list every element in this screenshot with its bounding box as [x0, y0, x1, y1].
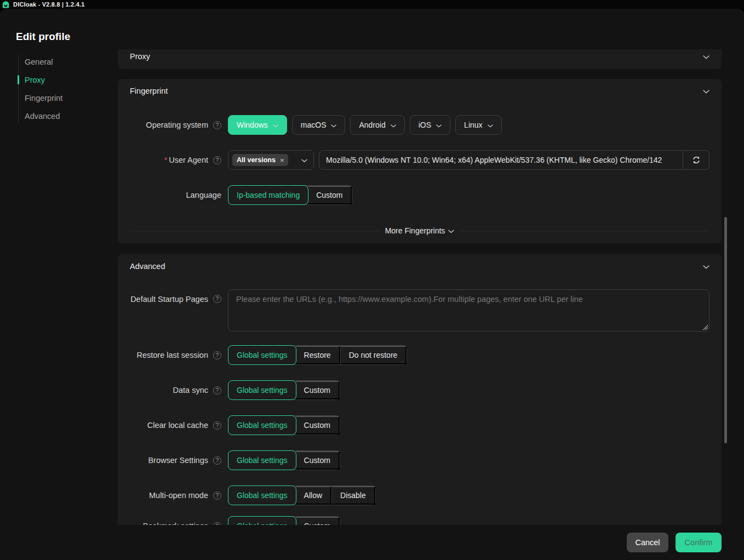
clear-local-cache-controls: Global settingsCustom: [228, 415, 709, 435]
os-button-ios[interactable]: iOS: [410, 115, 450, 135]
more-fingerprints-toggle[interactable]: More Fingerprints: [385, 226, 455, 235]
browser-settings-option-custom[interactable]: Custom: [296, 451, 340, 470]
ua-version-tag-label: All versions: [237, 156, 276, 164]
chevron-down-icon: [448, 226, 454, 235]
os-button-android[interactable]: Android: [350, 115, 404, 135]
help-icon[interactable]: ?: [213, 121, 221, 129]
scrollbar-thumb[interactable]: [724, 217, 727, 443]
chevron-down-icon: [436, 121, 442, 129]
title-bar: DICloak - V2.8.8 | 1.2.4.1: [0, 0, 744, 9]
restore-last-session-option-global-settings[interactable]: Global settings: [228, 345, 296, 365]
divider: [460, 231, 709, 231]
multi-open-mode-option-global-settings[interactable]: Global settings: [228, 485, 296, 505]
bookmark-settings-segmented-control: Global settingsCustom: [228, 516, 340, 525]
language-option-custom[interactable]: Custom: [308, 186, 352, 204]
chevron-down-icon[interactable]: [703, 262, 709, 271]
fingerprint-section: Fingerprint Operating system ? Windowsma…: [118, 79, 722, 243]
restore-last-session-option-do-not-restore[interactable]: Do not restore: [340, 346, 407, 364]
advanced-section-header[interactable]: Advanced: [118, 254, 722, 278]
operating-system-row: Operating system ? WindowsmacOSAndroidiO…: [130, 115, 709, 135]
bookmark-settings-option-global-settings[interactable]: Global settings: [228, 516, 296, 525]
default-startup-pages-label: Default Startup Pages: [130, 289, 208, 309]
help-icon[interactable]: ?: [213, 295, 221, 303]
window-title: DICloak - V2.8.8 | 1.2.4.1: [13, 1, 85, 8]
language-segmented-control: Ip-based matchingCustom: [228, 185, 352, 205]
default-startup-pages-row: Default Startup Pages ?: [130, 289, 709, 332]
edit-profile-dialog: Edit profile GeneralProxyFingerprintAdva…: [0, 9, 744, 560]
ua-input-group: [319, 150, 709, 170]
help-icon[interactable]: ?: [213, 351, 221, 359]
restore-last-session-label: Restore last session: [130, 351, 208, 359]
help-icon[interactable]: ?: [213, 156, 221, 164]
clear-local-cache-segmented-control: Global settingsCustom: [228, 415, 340, 435]
more-fingerprints-row: More Fingerprints: [130, 220, 709, 241]
os-button-label: macOS: [301, 121, 327, 129]
browser-settings-segmented-control: Global settingsCustom: [228, 450, 340, 470]
restore-last-session-option-restore[interactable]: Restore: [296, 346, 340, 364]
fingerprint-section-title: Fingerprint: [130, 87, 168, 95]
multi-open-mode-row: Multi-open mode?Global settingsAllowDisa…: [130, 485, 709, 505]
content-scroll-area: Proxy Fingerprint Operating system: [118, 49, 722, 525]
chevron-down-icon: [391, 121, 396, 129]
close-icon[interactable]: ×: [280, 157, 284, 164]
fingerprint-section-header[interactable]: Fingerprint: [118, 79, 722, 103]
sidebar-item-proxy[interactable]: Proxy: [18, 71, 62, 89]
proxy-section-title: Proxy: [130, 52, 150, 61]
browser-settings-option-global-settings[interactable]: Global settings: [228, 450, 296, 470]
sidebar-item-advanced[interactable]: Advanced: [18, 107, 62, 125]
help-icon[interactable]: ?: [213, 492, 221, 500]
refresh-user-agent-button[interactable]: [683, 150, 709, 170]
sidebar-nav: GeneralProxyFingerprintAdvanced: [18, 53, 62, 125]
browser-settings-row: Browser Settings?Global settingsCustom: [130, 450, 709, 470]
language-controls: Ip-based matchingCustom: [228, 185, 709, 205]
bookmark-settings-option-custom[interactable]: Custom: [296, 517, 340, 525]
resize-handle[interactable]: [703, 325, 708, 330]
help-icon[interactable]: ?: [213, 456, 221, 465]
user-agent-controls: All versions ×: [228, 150, 709, 170]
clear-local-cache-option-custom[interactable]: Custom: [296, 416, 340, 435]
multi-open-mode-option-disable[interactable]: Disable: [331, 486, 375, 505]
divider: [130, 231, 380, 231]
confirm-button[interactable]: Confirm: [676, 533, 722, 552]
os-button-label: Android: [359, 121, 385, 129]
advanced-section: Advanced Default Startup Pages ?: [118, 254, 722, 525]
chevron-down-icon[interactable]: [703, 52, 709, 61]
sidebar-item-fingerprint[interactable]: Fingerprint: [18, 89, 62, 107]
clear-local-cache-row: Clear local cache?Global settingsCustom: [130, 415, 709, 435]
language-row: Language Ip-based matchingCustom: [130, 185, 709, 205]
startup-pages-textarea[interactable]: [228, 289, 709, 332]
os-button-label: Linux: [464, 121, 482, 129]
proxy-section: Proxy: [118, 49, 722, 69]
user-agent-label: *User Agent: [130, 156, 208, 164]
os-button-linux[interactable]: Linux: [455, 115, 501, 135]
user-agent-input[interactable]: [319, 150, 683, 170]
ua-version-select[interactable]: All versions ×: [228, 150, 314, 170]
app-window: DICloak - V2.8.8 | 1.2.4.1 Edit profile …: [0, 0, 744, 560]
more-fingerprints-label: More Fingerprints: [385, 226, 445, 235]
data-sync-controls: Global settingsCustom: [228, 380, 709, 400]
browser-settings-controls: Global settingsCustom: [228, 450, 709, 470]
language-option-ip-based-matching[interactable]: Ip-based matching: [228, 185, 308, 205]
data-sync-label: Data sync: [130, 386, 208, 395]
restore-last-session-controls: Global settingsRestoreDo not restore: [228, 345, 709, 365]
help-icon[interactable]: ?: [213, 421, 221, 430]
advanced-rows: Restore last session?Global settingsRest…: [130, 345, 709, 525]
chevron-down-icon[interactable]: [703, 87, 709, 95]
proxy-section-header[interactable]: Proxy: [118, 49, 722, 69]
clear-local-cache-label: Clear local cache: [130, 421, 208, 430]
clear-local-cache-option-global-settings[interactable]: Global settings: [228, 415, 296, 435]
multi-open-mode-option-allow[interactable]: Allow: [296, 486, 331, 505]
bookmark-settings-row: Bookmark settings?Global settingsCustom: [130, 516, 709, 525]
sidebar-item-general[interactable]: General: [18, 53, 62, 71]
os-button-macos[interactable]: macOS: [292, 115, 346, 135]
data-sync-option-global-settings[interactable]: Global settings: [228, 380, 296, 400]
bookmark-settings-controls: Global settingsCustom: [228, 516, 709, 525]
os-button-windows[interactable]: Windows: [228, 115, 287, 135]
help-icon[interactable]: ?: [213, 386, 221, 395]
cancel-button[interactable]: Cancel: [627, 533, 668, 552]
data-sync-segmented-control: Global settingsCustom: [228, 380, 340, 400]
restore-last-session-row: Restore last session?Global settingsRest…: [130, 345, 709, 365]
chevron-down-icon: [273, 121, 278, 129]
browser-settings-label: Browser Settings: [130, 456, 208, 465]
data-sync-option-custom[interactable]: Custom: [296, 381, 340, 399]
